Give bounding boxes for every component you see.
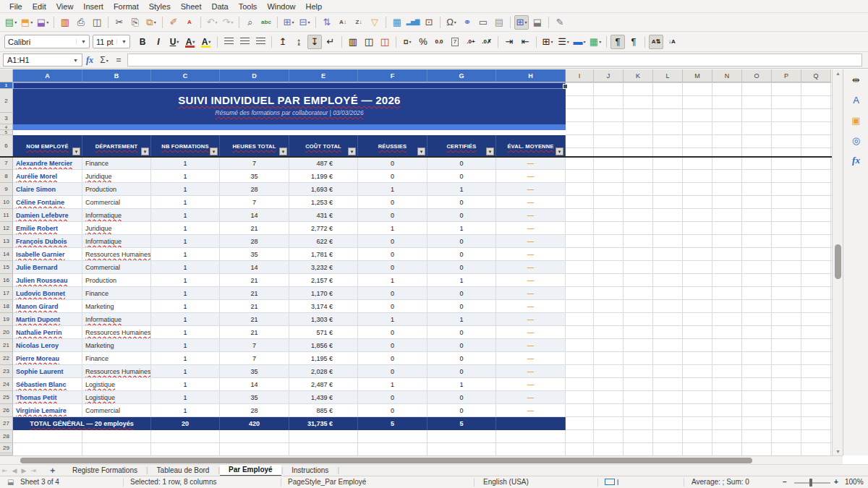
navigator-icon[interactable]: ◎: [843, 130, 868, 150]
cell[interactable]: 0: [358, 404, 427, 417]
sort-descending-button[interactable]: Z↓: [352, 15, 366, 30]
cell[interactable]: François Dubois: [13, 235, 82, 248]
row-header-23[interactable]: 23: [0, 365, 13, 378]
comment-button[interactable]: ▭: [476, 15, 490, 30]
border-style-button[interactable]: ☰▾: [556, 35, 571, 49]
cell[interactable]: —: [496, 352, 566, 365]
empty-cell[interactable]: [82, 443, 151, 455]
cell[interactable]: Production: [82, 183, 151, 196]
cell[interactable]: Commercial: [82, 196, 151, 209]
row-header-28[interactable]: 28: [0, 430, 13, 443]
table-column-header[interactable]: CERTIFIÉS▼: [427, 135, 496, 157]
cell[interactable]: 1: [358, 222, 427, 235]
paste-button[interactable]: ⧉▾: [144, 15, 158, 30]
table-row[interactable]: Ludovic BonnetFinance1211,170 €00—: [13, 287, 566, 300]
menu-file[interactable]: File: [4, 2, 27, 11]
gallery-icon[interactable]: ▣: [843, 110, 868, 130]
column-button[interactable]: ⊟▾: [297, 15, 312, 30]
row-header-12[interactable]: 12: [0, 222, 13, 235]
copy-button[interactable]: ⎘: [128, 15, 142, 30]
tab-nav-icon-3[interactable]: ⇥: [28, 467, 38, 474]
cell[interactable]: 0: [358, 365, 427, 378]
cell[interactable]: —: [496, 378, 566, 391]
cell[interactable]: 28: [220, 235, 289, 248]
delete-decimal-button[interactable]: .0✗: [480, 35, 494, 49]
cell[interactable]: Pierre Moreau: [13, 352, 82, 365]
empty-column-L[interactable]: [653, 82, 683, 455]
table-row[interactable]: Nathalie PerrinRessources Humaines121571…: [13, 326, 566, 339]
cell[interactable]: 0: [358, 235, 427, 248]
empty-cell[interactable]: [151, 443, 220, 455]
cell[interactable]: 14: [220, 378, 289, 391]
undo-button[interactable]: ↶▾: [205, 15, 219, 30]
scroll-down-icon[interactable]: ▼: [835, 449, 841, 454]
vertical-scrollbar[interactable]: ▲ ▼: [832, 69, 843, 455]
cell[interactable]: Thomas Petit: [13, 391, 82, 404]
align-right-button[interactable]: [253, 35, 268, 49]
cell[interactable]: —: [496, 339, 566, 352]
chevron-down-icon[interactable]: ▼: [73, 58, 78, 63]
cell[interactable]: —: [496, 235, 566, 248]
empty-cell[interactable]: [220, 430, 289, 443]
column-header-F[interactable]: F: [358, 69, 427, 82]
table-row[interactable]: Sébastien BlancLogistique1142,487 €11—: [13, 378, 566, 391]
zoom-in-button[interactable]: +: [834, 478, 838, 486]
table-column-header[interactable]: COÛT TOTAL▼: [289, 135, 358, 157]
chevron-down-icon[interactable]: ▾: [30, 20, 33, 25]
open-file-button[interactable]: ⬒▾: [20, 15, 34, 30]
cell[interactable]: 1: [151, 313, 220, 326]
cell[interactable]: —: [496, 404, 566, 417]
cell[interactable]: Nicolas Leroy: [13, 339, 82, 352]
row-header-4[interactable]: 4: [0, 124, 13, 130]
unmerge-cells-button[interactable]: ◫: [378, 35, 392, 49]
table-row[interactable]: Alexandre MercierFinance17487 €00—: [13, 157, 566, 170]
cell[interactable]: 0: [358, 300, 427, 313]
chevron-down-icon[interactable]: ▾: [14, 20, 17, 25]
cell[interactable]: Informatique: [82, 313, 151, 326]
clone-formatting-button[interactable]: ✐: [166, 15, 181, 30]
cell[interactable]: 1: [151, 352, 220, 365]
cell[interactable]: —: [496, 274, 566, 287]
cell[interactable]: Emilie Robert: [13, 222, 82, 235]
cell[interactable]: Nathalie Perrin: [13, 326, 82, 339]
autofilter-dropdown-icon[interactable]: ▼: [210, 147, 218, 155]
cell[interactable]: Finance: [82, 287, 151, 300]
cell[interactable]: 1: [427, 313, 496, 326]
empty-cell[interactable]: [151, 430, 220, 443]
font-color-button[interactable]: A▾: [183, 35, 197, 49]
equals-icon[interactable]: =: [111, 53, 126, 67]
cell[interactable]: 14: [220, 209, 289, 222]
grid-corner[interactable]: [0, 69, 13, 82]
merge-cells-button[interactable]: ◫: [362, 35, 376, 49]
column-header-I[interactable]: I: [566, 69, 594, 82]
cell[interactable]: 1,856 €: [289, 339, 358, 352]
cell[interactable]: 0: [358, 157, 427, 170]
cell[interactable]: Informatique: [82, 209, 151, 222]
average-sum-status[interactable]: Average: ; Sum: 0: [692, 478, 749, 486]
row-header-9[interactable]: 9: [0, 183, 13, 196]
cell[interactable]: 28: [220, 404, 289, 417]
cell[interactable]: 1,781 €: [289, 248, 358, 261]
row-header-3[interactable]: 3: [0, 113, 13, 124]
table-row[interactable]: Claire SimonProduction1281,693 €11—: [13, 183, 566, 196]
column-header-M[interactable]: M: [683, 69, 712, 82]
align-bottom-button[interactable]: ↧: [307, 35, 322, 49]
zoom-out-button[interactable]: −: [783, 478, 787, 486]
cell[interactable]: 35: [220, 248, 289, 261]
empty-cell[interactable]: [427, 430, 496, 443]
selected-merged-cell[interactable]: [13, 82, 566, 89]
column-header-H[interactable]: H: [496, 69, 566, 82]
table-row[interactable]: Céline FontaineCommercial171,253 €00—: [13, 196, 566, 209]
cell[interactable]: 1,693 €: [289, 183, 358, 196]
selection-mode-icon[interactable]: I: [605, 479, 619, 487]
row-header-18[interactable]: 18: [0, 300, 13, 313]
chevron-down-icon[interactable]: ▾: [231, 20, 233, 25]
cell[interactable]: 1: [151, 274, 220, 287]
styles-icon[interactable]: A: [843, 90, 868, 110]
cell[interactable]: —: [496, 157, 566, 170]
underline-button[interactable]: U▾: [167, 35, 182, 49]
cell[interactable]: 0: [358, 209, 427, 222]
vertical-text-button[interactable]: ↓A: [665, 35, 679, 49]
empty-column-N[interactable]: [712, 82, 742, 455]
cell[interactable]: 1: [358, 378, 427, 391]
